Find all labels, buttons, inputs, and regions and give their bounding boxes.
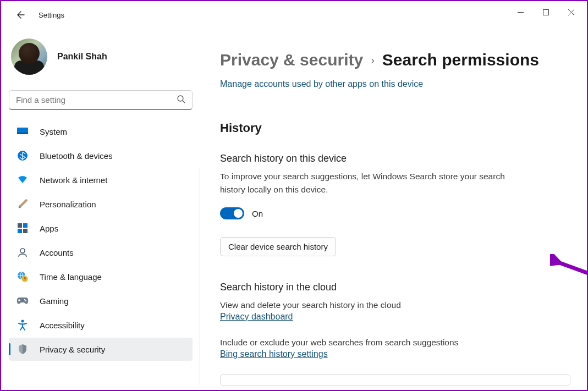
svg-rect-10 [23,223,28,228]
toggle-state-label: On [252,209,263,218]
manage-accounts-link[interactable]: Manage accounts used by other apps on th… [220,79,423,89]
sidebar-item-label: Time & language [40,272,102,282]
svg-rect-9 [18,223,22,228]
maximize-button[interactable] [533,3,558,21]
svg-rect-7 [17,133,28,134]
person-icon [17,246,29,258]
header: Settings [1,7,587,23]
device-history-description: To improve your search suggestions, let … [220,170,528,196]
paintbrush-icon [17,198,29,210]
sidebar-item-system[interactable]: System [9,120,193,143]
app-title: Settings [39,11,64,19]
profile-name: Pankil Shah [57,52,107,62]
svg-point-17 [25,300,26,301]
sidebar-item-label: Gaming [40,296,69,306]
profile-block[interactable]: Pankil Shah [11,38,193,75]
svg-point-18 [21,320,24,323]
sidebar: Pankil Shah System Bluetooth & devices N… [1,23,200,386]
history-heading: History [220,121,570,135]
search-history-toggle[interactable] [220,207,244,219]
sidebar-item-accessibility[interactable]: Accessibility [9,313,193,337]
bing-settings-link[interactable]: Bing search history settings [220,349,328,359]
svg-point-16 [24,299,25,300]
accessibility-icon [17,319,29,331]
sidebar-item-label: Privacy & security [40,345,105,354]
sidebar-item-label: Personalization [40,200,96,209]
svg-point-4 [178,96,183,101]
clear-history-button[interactable]: Clear device search history [220,237,336,256]
breadcrumb: Privacy & security › Search permissions [220,51,570,69]
search-input[interactable] [16,95,177,104]
chevron-right-icon: › [371,54,375,67]
sidebar-item-label: System [40,127,67,136]
sidebar-item-apps[interactable]: Apps [9,217,193,240]
include-exclude-description: Include or exclude your web searches fro… [220,336,528,349]
wifi-icon [17,174,29,186]
sidebar-item-label: Bluetooth & devices [40,151,113,161]
sidebar-item-label: Network & internet [40,175,107,185]
apps-icon [17,222,29,234]
shield-icon [17,343,29,355]
breadcrumb-current: Search permissions [382,51,539,69]
cloud-history-description: View and delete your search history in t… [220,299,528,312]
svg-rect-1 [543,9,548,15]
sidebar-item-label: Apps [40,224,58,233]
device-history-heading: Search history on this device [220,153,570,164]
breadcrumb-parent[interactable]: Privacy & security [220,51,363,69]
svg-rect-12 [23,229,28,233]
panel-stub [220,375,570,386]
gamepad-icon [17,295,29,307]
sidebar-item-label: Accounts [40,248,74,257]
sidebar-item-time-language[interactable]: Time & language [9,265,193,288]
search-input-wrapper[interactable] [9,90,193,110]
minimize-button[interactable] [508,3,533,21]
system-icon [17,125,29,137]
sidebar-item-personalization[interactable]: Personalization [9,192,193,216]
sidebar-item-network[interactable]: Network & internet [9,168,193,191]
nav-list: System Bluetooth & devices Network & int… [9,120,193,361]
svg-rect-11 [18,229,22,233]
sidebar-item-bluetooth[interactable]: Bluetooth & devices [9,144,193,167]
bluetooth-icon [17,150,29,162]
svg-point-13 [20,249,25,253]
main-content: Privacy & security › Search permissions … [200,23,587,386]
avatar [11,38,47,75]
sidebar-item-gaming[interactable]: Gaming [9,289,193,312]
close-button[interactable] [558,3,584,21]
back-button[interactable] [14,9,25,20]
search-icon [177,95,185,106]
sidebar-item-accounts[interactable]: Accounts [9,241,193,264]
sidebar-item-privacy-security[interactable]: Privacy & security [9,338,193,361]
privacy-dashboard-link[interactable]: Privacy dashboard [220,312,293,321]
globe-clock-icon [17,271,29,283]
sidebar-item-label: Accessibility [40,321,85,330]
cloud-history-heading: Search history in the cloud [220,282,570,293]
svg-line-5 [183,101,185,103]
